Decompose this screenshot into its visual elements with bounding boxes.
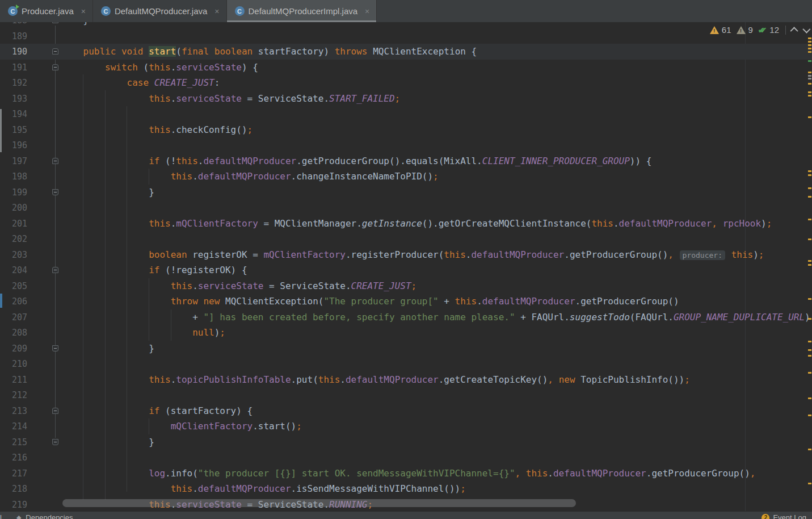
error-stripe-mark[interactable] — [808, 95, 811, 97]
code-line-196[interactable]: 196 — [0, 137, 812, 153]
line-number[interactable]: 216 — [0, 450, 27, 466]
error-stripe-mark[interactable] — [808, 196, 811, 198]
line-number[interactable]: 188 — [0, 22, 27, 28]
line-number[interactable]: 209 — [0, 341, 27, 357]
error-stripe-mark[interactable] — [808, 60, 811, 62]
line-number[interactable]: 217 — [0, 466, 27, 482]
line-number[interactable]: 195 — [0, 122, 27, 138]
code-line-208[interactable]: 208 null); — [0, 325, 812, 341]
error-stripe-mark[interactable] — [808, 44, 811, 46]
code-line-210[interactable]: 210 — [0, 356, 812, 372]
code-line-190[interactable]: 190 public void start(final boolean star… — [0, 44, 812, 60]
editor-tab-producer-java[interactable]: CProducer.java× — [0, 0, 93, 22]
passed-count-group[interactable]: ✔✔ 12 — [758, 25, 779, 35]
code-line-194[interactable]: 194 — [0, 106, 812, 122]
line-number[interactable]: 205 — [0, 278, 27, 294]
error-stripe-mark[interactable] — [808, 41, 811, 43]
error-stripe-mark[interactable] — [808, 116, 811, 118]
error-stripe-mark[interactable] — [808, 187, 811, 189]
fold-collapse-icon[interactable] — [52, 158, 58, 164]
line-number[interactable]: 214 — [0, 418, 27, 434]
editor-tab-defaultmqproducerimpl-java[interactable]: CDefaultMQProducerImpl.java× — [227, 0, 377, 22]
fold-collapse-icon[interactable] — [52, 267, 58, 273]
error-stripe-mark[interactable] — [808, 318, 811, 320]
code-line-214[interactable]: 214 mQClientFactory.start(); — [0, 418, 812, 434]
code-line-191[interactable]: 191 switch (this.serviceState) { — [0, 60, 812, 76]
code-line-198[interactable]: 198 this.defaultMQProducer.changeInstanc… — [0, 169, 812, 185]
fold-collapse-icon[interactable] — [52, 408, 58, 414]
line-number[interactable]: 206 — [0, 294, 27, 309]
line-number[interactable]: 201 — [0, 216, 27, 232]
line-number[interactable]: 198 — [0, 169, 27, 185]
code-line-193[interactable]: 193 this.serviceState = ServiceState.STA… — [0, 91, 812, 107]
line-number[interactable]: 200 — [0, 200, 27, 216]
line-number[interactable]: 208 — [0, 325, 27, 341]
fold-collapse-icon[interactable] — [52, 48, 58, 55]
error-stripe-mark[interactable] — [808, 238, 811, 240]
code-line-200[interactable]: 200 — [0, 200, 812, 216]
code-line-201[interactable]: 201 this.mQClientFactory = MQClientManag… — [0, 216, 812, 232]
error-stripe-mark[interactable] — [808, 264, 811, 266]
error-stripe-mark[interactable] — [808, 174, 811, 176]
line-number[interactable]: 212 — [0, 387, 27, 403]
line-number[interactable]: 204 — [0, 262, 27, 278]
error-stripe-mark[interactable] — [808, 397, 811, 399]
error-stripe-mark[interactable] — [808, 170, 811, 172]
error-stripe-mark[interactable] — [808, 355, 811, 357]
line-number[interactable]: 207 — [0, 309, 27, 325]
line-number[interactable]: 199 — [0, 185, 27, 200]
fold-end-icon[interactable] — [52, 345, 58, 351]
line-number[interactable]: 197 — [0, 153, 27, 169]
close-tab-icon[interactable]: × — [213, 7, 220, 16]
fold-collapse-icon[interactable] — [52, 22, 58, 23]
error-stripe-mark[interactable] — [808, 75, 811, 77]
line-number[interactable]: 192 — [0, 75, 27, 91]
error-stripe-mark[interactable] — [808, 91, 811, 93]
code-line-188[interactable]: 188 } — [0, 22, 812, 28]
code-line-212[interactable]: 212 — [0, 387, 812, 403]
code-line-195[interactable]: 195 this.checkConfig(); — [0, 122, 812, 138]
code-line-202[interactable]: 202 — [0, 231, 812, 247]
code-line-206[interactable]: 206 throw new MQClientException("The pro… — [0, 294, 812, 309]
code-line-189[interactable]: 189 — [0, 28, 812, 44]
line-number[interactable]: 211 — [0, 372, 27, 388]
error-stripe-mark[interactable] — [808, 83, 811, 85]
previous-problem-button chevron-up-icon[interactable] — [790, 27, 798, 35]
close-tab-icon[interactable]: × — [364, 7, 371, 16]
code-line-213[interactable]: 213 if (startFactory) { — [0, 403, 812, 419]
error-stripe-mark[interactable] — [808, 260, 811, 262]
close-tab-icon[interactable]: × — [80, 7, 87, 16]
error-stripe-mark[interactable] — [808, 48, 811, 49]
line-number[interactable]: 218 — [0, 481, 27, 497]
line-number[interactable]: 190 — [0, 44, 27, 60]
error-stripe-mark[interactable] — [808, 372, 811, 374]
toolwindow-label-partial[interactable]: l — [0, 513, 2, 519]
line-number[interactable]: 210 — [0, 356, 27, 372]
editor-tab-defaultmqproducer-java[interactable]: CDefaultMQProducer.java× — [93, 0, 227, 22]
error-stripe-mark[interactable] — [808, 78, 811, 79]
code-line-197[interactable]: 197 if (!this.defaultMQProducer.getProdu… — [0, 153, 812, 169]
line-number[interactable]: 193 — [0, 91, 27, 107]
fold-end-icon[interactable] — [52, 439, 58, 445]
error-stripe-mark[interactable] — [808, 51, 811, 53]
error-stripe-mark[interactable] — [808, 349, 811, 351]
line-number[interactable]: 219 — [0, 497, 27, 512]
warning-count-group[interactable]: ! 61 — [710, 25, 731, 35]
code-line-215[interactable]: 215 } — [0, 434, 812, 450]
error-stripe-mark[interactable] — [808, 483, 811, 484]
code-line-203[interactable]: 203 boolean registerOK = mQClientFactory… — [0, 247, 812, 263]
error-stripe-mark[interactable] — [808, 219, 811, 220]
line-number[interactable]: 215 — [0, 434, 27, 450]
line-number[interactable]: 194 — [0, 106, 27, 122]
error-stripe-mark[interactable] — [808, 37, 811, 39]
line-number[interactable]: 203 — [0, 247, 27, 263]
code-line-205[interactable]: 205 this.serviceState = ServiceState.CRE… — [0, 278, 812, 294]
error-stripe-mark[interactable] — [808, 72, 811, 73]
code-line-192[interactable]: 192 case CREATE_JUST: — [0, 75, 812, 91]
code-line-216[interactable]: 216 — [0, 450, 812, 466]
line-number[interactable]: 196 — [0, 137, 27, 153]
code-editor[interactable]: 188 }189190 public void start(final bool… — [0, 22, 812, 511]
event-log-button[interactable]: 2 Event Log — [761, 513, 806, 519]
code-line-209[interactable]: 209 } — [0, 341, 812, 357]
weak-warning-count-group[interactable]: ! 9 — [737, 25, 753, 35]
